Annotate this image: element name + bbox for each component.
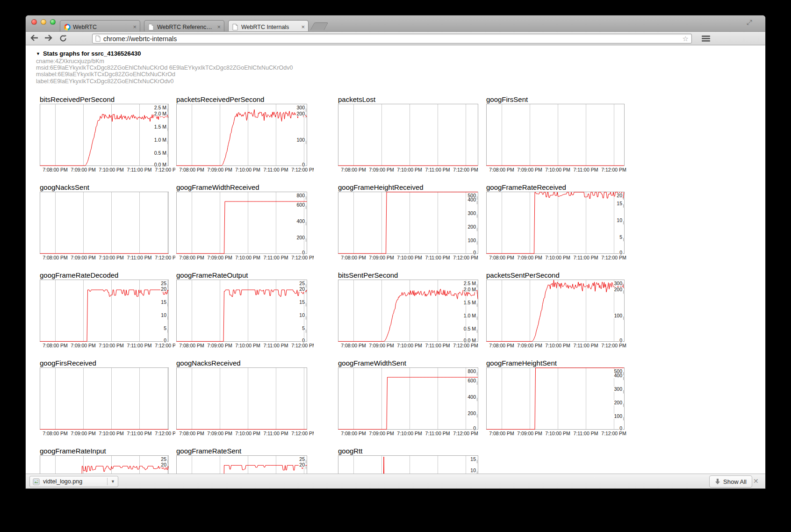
x-tick-label: 7:10:00 PM [97,255,126,260]
x-tick-label: 7:10:00 PM [543,255,572,260]
traffic-lights [31,19,56,25]
x-axis-labels: 7:08:00 PM7:09:00 PM7:10:00 PM7:11:00 PM… [176,254,314,260]
bookmark-star-icon[interactable]: ☆ [683,35,689,42]
forward-button[interactable] [43,33,54,43]
y-tick-label: 600 [467,378,476,383]
chart-series-line [177,201,307,253]
x-tick-label: 7:12:00 PM [153,255,175,260]
x-tick-label: 7:11:00 PM [125,255,154,260]
download-item-button[interactable]: vidtel_logo.png ▼ [29,476,118,487]
x-tick-label: 7:11:00 PM [423,343,452,348]
x-tick-label: 7:10:00 PM [395,431,424,436]
tab-webrtc-internals[interactable]: WebRTC Internals × [228,20,309,31]
reload-button[interactable] [58,33,69,43]
url-text[interactable]: chrome://webrtc-internals [103,35,680,43]
y-tick-label: 25 [160,457,167,462]
chart-googFrameHeightSent: googFrameHeightSent50040030020010007:08:… [486,359,648,436]
tab-close-icon[interactable]: × [132,25,137,29]
x-tick-label: 7:12:00 PM [599,431,628,436]
x-axis-labels: 7:08:00 PM7:09:00 PM7:10:00 PM7:11:00 PM… [486,430,631,436]
chart-plot-area: 20151050 [486,192,625,254]
x-tick-label: 7:12:00 PM [289,343,314,348]
x-axis-labels: 7:08:00 PM7:09:00 PM7:10:00 PM7:11:00 PM… [486,166,631,173]
x-tick-label: 7:10:00 PM [97,431,126,436]
y-tick-label: 10 [470,468,476,473]
y-tick-label: 200 [613,400,623,405]
y-tick-label: 1.0 M [463,313,476,318]
chart-googFirsReceived: googFirsReceived7:08:00 PM7:09:00 PM7:10… [40,359,192,436]
y-tick-label: 10 [299,313,305,318]
x-tick-label: 7:12:00 PM [153,431,175,436]
titlebar: ⤢ WebRTC × WebRTC Reference App × WebRTC… [26,15,765,32]
x-tick-label: 7:11:00 PM [125,167,154,173]
minimize-window-button[interactable] [41,19,46,25]
tab-strip: WebRTC × WebRTC Reference App × WebRTC I… [60,20,326,31]
x-tick-label: 7:09:00 PM [367,343,396,348]
show-all-downloads-button[interactable]: Show All [709,475,752,488]
x-tick-label: 7:09:00 PM [515,431,544,436]
y-tick-label: 5 [163,326,167,331]
tab-close-icon[interactable]: × [216,25,221,29]
x-axis-labels: 7:08:00 PM7:09:00 PM7:10:00 PM7:11:00 PM… [338,342,485,348]
y-tick-label: 20 [160,287,167,292]
x-tick-label: 7:10:00 PM [97,343,126,348]
chart-plot-area: 3002001000 [176,104,307,166]
x-tick-label: 7:11:00 PM [125,431,154,436]
x-tick-label: 7:12:00 PM [289,255,314,260]
chart-plot-area [40,192,169,254]
x-tick-label: 7:08:00 PM [177,167,206,173]
shelf-close-icon[interactable]: ✕ [753,477,759,485]
x-axis-labels: 7:08:00 PM7:09:00 PM7:10:00 PM7:11:00 PM… [338,166,485,173]
new-tab-button[interactable] [310,22,329,30]
back-button[interactable] [29,33,40,43]
y-tick-label: 0.5 M [154,151,167,156]
chart-series-line [338,192,478,254]
x-axis-labels: 7:08:00 PM7:09:00 PM7:10:00 PM7:11:00 PM… [40,166,175,173]
chart-googNacksSent: googNacksSent7:08:00 PM7:09:00 PM7:10:00… [40,184,192,260]
chart-googFrameRateSent: googFrameRateSent25201510507:08:00 PM7:0… [176,447,331,474]
x-tick-label: 7:11:00 PM [261,431,290,436]
chart-plot-area: 5004003002001000 [338,192,478,254]
chart-plot-area [40,367,169,430]
chart-packetsLost: packetsLost7:08:00 PM7:09:00 PM7:10:00 P… [338,96,502,173]
x-tick-label: 7:08:00 PM [41,431,70,436]
y-tick-label: 20 [160,462,167,467]
omnibox[interactable]: chrome://webrtc-internals ☆ [92,34,692,43]
toolbar: chrome://webrtc-internals ☆ [26,32,765,45]
x-tick-label: 7:12:00 PM [599,167,628,173]
tab-webrtc[interactable]: WebRTC × [60,20,140,31]
page-icon [232,24,239,30]
fullscreen-icon[interactable]: ⤢ [747,18,752,27]
download-caret-icon[interactable]: ▼ [111,479,115,484]
y-tick-label: 1.0 M [154,137,167,143]
y-tick-label: 25 [299,281,305,286]
chart-title: bitsSentPerSecond [338,272,502,280]
x-tick-label: 7:10:00 PM [395,167,424,173]
x-tick-label: 7:08:00 PM [177,255,206,260]
chart-plot-area [176,367,307,430]
chart-title: packetsSentPerSecond [486,272,648,280]
x-axis-labels: 7:08:00 PM7:09:00 PM7:10:00 PM7:11:00 PM… [338,430,485,436]
tab-label: WebRTC Internals [241,24,298,30]
chart-plot-area: 8006004002000 [338,367,478,430]
close-window-button[interactable] [31,19,37,25]
tab-label: WebRTC Reference App [157,24,214,30]
download-filename: vidtel_logo.png [43,478,104,485]
x-tick-label: 7:08:00 PM [487,343,516,348]
chart-googFrameRateReceived: googFrameRateReceived201510507:08:00 PM7… [486,184,648,260]
chart-plot-area: 2520151050 [176,280,307,342]
tab-webrtc-reference-app[interactable]: WebRTC Reference App × [144,20,224,31]
chart-series-line [338,377,478,429]
page-content: ▼Stats graphs for ssrc_4136526430 cname:… [26,45,765,474]
chart-series-line [40,466,169,474]
chart-series-line [40,114,169,165]
x-tick-label: 7:08:00 PM [339,255,368,260]
x-tick-label: 7:09:00 PM [205,343,234,348]
x-tick-label: 7:10:00 PM [233,431,262,436]
tab-close-icon[interactable]: × [301,25,305,29]
chart-title: googFrameRateReceived [486,184,648,192]
chart-series-line [487,368,624,430]
chart-series-line [177,290,307,341]
zoom-window-button[interactable] [50,19,56,25]
menu-icon[interactable] [702,36,710,43]
